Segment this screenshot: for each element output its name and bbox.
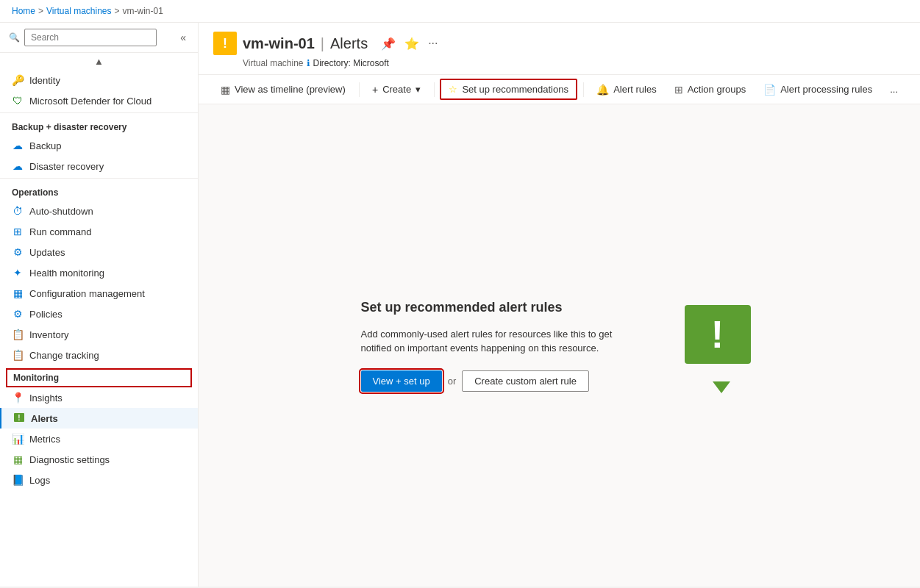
sidebar-item-identity[interactable]: 🔑 Identity bbox=[0, 70, 198, 90]
search-icon: 🔍 bbox=[9, 32, 20, 43]
sidebar-item-backup[interactable]: ☁ Backup bbox=[0, 135, 198, 156]
sidebar-item-inventory[interactable]: 📋 Inventory bbox=[0, 324, 198, 345]
resource-header: ! vm-win-01 | Alerts 📌 ⭐ ··· Virtual mac… bbox=[199, 23, 920, 75]
sidebar-item-label: Health monitoring bbox=[29, 268, 104, 279]
breadcrumb-vms[interactable]: Virtual machines bbox=[46, 6, 112, 16]
change-tracking-icon: 📋 bbox=[12, 349, 24, 361]
timeline-icon: ▦ bbox=[221, 84, 230, 96]
create-dropdown-icon: ▾ bbox=[416, 84, 421, 95]
sidebar-item-label: Diagnostic settings bbox=[29, 454, 110, 465]
sidebar-item-label: Configuration management bbox=[29, 288, 145, 299]
sidebar-item-run-command[interactable]: ⊞ Run command bbox=[0, 221, 198, 242]
action-groups-icon: ⊞ bbox=[674, 84, 683, 96]
view-timeline-button[interactable]: ▦ View as timeline (preview) bbox=[213, 80, 353, 99]
toolbar: ▦ View as timeline (preview) + Create ▾ … bbox=[199, 75, 920, 104]
sidebar-item-diagnostic-settings[interactable]: ▦ Diagnostic settings bbox=[0, 449, 198, 470]
sidebar-item-label: Logs bbox=[29, 475, 50, 486]
sidebar-item-label: Run command bbox=[29, 226, 92, 237]
updates-icon: ⚙ bbox=[12, 246, 24, 258]
alert-setup-heading: Set up recommended alert rules bbox=[361, 300, 641, 315]
alert-processing-icon: 📄 bbox=[763, 84, 776, 96]
sidebar-item-metrics[interactable]: 📊 Metrics bbox=[0, 429, 198, 449]
resource-pipe: | bbox=[321, 35, 324, 52]
alert-icon-bubble bbox=[713, 381, 730, 393]
auto-shutdown-icon: ⏱ bbox=[12, 205, 24, 217]
sidebar-item-label: Insights bbox=[29, 392, 63, 404]
alert-rules-button[interactable]: 🔔 Alert rules bbox=[589, 80, 664, 99]
health-monitoring-icon: ✦ bbox=[12, 267, 24, 279]
section-backup: Backup + disaster recovery bbox=[0, 112, 198, 135]
sidebar-item-updates[interactable]: ⚙ Updates bbox=[0, 242, 198, 262]
sidebar-item-label: Disaster recovery bbox=[29, 161, 104, 172]
alert-setup-card: Set up recommended alert rules Add commo… bbox=[332, 270, 788, 421]
action-groups-button[interactable]: ⊞ Action groups bbox=[667, 80, 754, 99]
backup-icon: ☁ bbox=[12, 140, 24, 151]
sidebar-item-insights[interactable]: 📍 Insights bbox=[0, 387, 198, 408]
sidebar-item-auto-shutdown[interactable]: ⏱ Auto-shutdown bbox=[0, 201, 198, 221]
sidebar-item-policies[interactable]: ⚙ Policies bbox=[0, 304, 198, 324]
resource-type-icon: ! bbox=[213, 32, 237, 55]
sidebar-item-label: Identity bbox=[29, 75, 60, 86]
setup-recommendations-button[interactable]: ☆ Set up recommendations bbox=[440, 79, 577, 100]
favorite-button[interactable]: ⭐ bbox=[403, 35, 421, 52]
breadcrumb-current: vm-win-01 bbox=[123, 6, 163, 16]
star-icon: ☆ bbox=[449, 84, 457, 95]
section-monitoring: Monitoring bbox=[6, 368, 192, 387]
sidebar-item-change-tracking[interactable]: 📋 Change tracking bbox=[0, 345, 198, 365]
view-setup-button[interactable]: View + set up bbox=[361, 370, 442, 392]
create-custom-alert-button[interactable]: Create custom alert rule bbox=[462, 370, 589, 392]
alerts-icon: ! bbox=[13, 412, 25, 424]
policies-icon: ⚙ bbox=[12, 308, 24, 320]
plus-icon: + bbox=[372, 84, 378, 96]
sidebar-item-defender[interactable]: 🛡 Microsoft Defender for Cloud bbox=[0, 90, 198, 111]
sidebar: 🔍 « ▲ 🔑 Identity 🛡 Microsoft Defender fo… bbox=[0, 23, 199, 587]
resource-name: vm-win-01 bbox=[243, 35, 315, 52]
breadcrumb-home[interactable]: Home bbox=[12, 6, 35, 16]
scroll-up-indicator: ▲ bbox=[0, 53, 198, 70]
search-input[interactable] bbox=[24, 29, 157, 46]
config-management-icon: ▦ bbox=[12, 287, 24, 299]
sidebar-item-label: Change tracking bbox=[29, 350, 99, 361]
alert-setup-description: Add commonly-used alert rules for resour… bbox=[361, 327, 641, 356]
resource-subtitle: Virtual machine ℹ Directory: Microsoft bbox=[243, 58, 905, 68]
metrics-icon: 📊 bbox=[12, 433, 24, 445]
diagnostic-settings-icon: ▦ bbox=[12, 453, 24, 465]
sidebar-item-disaster-recovery[interactable]: ☁ Disaster recovery bbox=[0, 156, 198, 176]
run-command-icon: ⊞ bbox=[12, 226, 24, 237]
sidebar-item-alerts[interactable]: ! Alerts bbox=[0, 408, 198, 429]
insights-icon: 📍 bbox=[12, 392, 24, 404]
more-options-button[interactable]: ··· bbox=[427, 35, 439, 52]
sidebar-item-label: Auto-shutdown bbox=[29, 206, 93, 217]
sidebar-item-label: Backup bbox=[29, 140, 61, 151]
section-operations: Operations bbox=[0, 178, 198, 201]
sidebar-item-label: Microsoft Defender for Cloud bbox=[29, 96, 151, 107]
directory-label: Directory: Microsoft bbox=[313, 58, 389, 68]
sidebar-item-label: Updates bbox=[29, 247, 65, 258]
main-content: ! vm-win-01 | Alerts 📌 ⭐ ··· Virtual mac… bbox=[199, 23, 920, 587]
alert-processing-rules-button[interactable]: 📄 Alert processing rules bbox=[756, 80, 880, 99]
alert-rules-icon: 🔔 bbox=[596, 84, 609, 96]
sidebar-item-label: Inventory bbox=[29, 329, 68, 340]
sidebar-item-config-management[interactable]: ▦ Configuration management bbox=[0, 283, 198, 304]
sidebar-item-logs[interactable]: 📘 Logs bbox=[0, 470, 198, 490]
svg-text:!: ! bbox=[18, 414, 20, 422]
logs-icon: 📘 bbox=[12, 474, 24, 486]
sidebar-item-label: Alerts bbox=[31, 413, 58, 424]
sidebar-item-label: Metrics bbox=[29, 434, 60, 445]
info-icon: ℹ bbox=[307, 58, 310, 68]
create-button[interactable]: + Create ▾ bbox=[365, 80, 428, 99]
defender-icon: 🛡 bbox=[12, 95, 24, 107]
alert-illustration: ! bbox=[685, 305, 758, 386]
sidebar-item-health-monitoring[interactable]: ✦ Health monitoring bbox=[0, 262, 198, 283]
sidebar-item-label: Policies bbox=[29, 309, 63, 320]
resource-type-label: Virtual machine bbox=[243, 58, 304, 68]
alert-buttons: View + set up or Create custom alert rul… bbox=[361, 370, 641, 392]
sidebar-search-container: 🔍 « bbox=[0, 23, 198, 53]
collapse-sidebar-button[interactable]: « bbox=[177, 30, 189, 45]
identity-icon: 🔑 bbox=[12, 74, 24, 86]
resource-page: Alerts bbox=[330, 35, 368, 52]
pin-button[interactable]: 📌 bbox=[379, 35, 397, 52]
or-separator: or bbox=[448, 376, 457, 387]
breadcrumb: Home > Virtual machines > vm-win-01 bbox=[0, 0, 920, 23]
more-toolbar-button[interactable]: ... bbox=[882, 80, 905, 98]
